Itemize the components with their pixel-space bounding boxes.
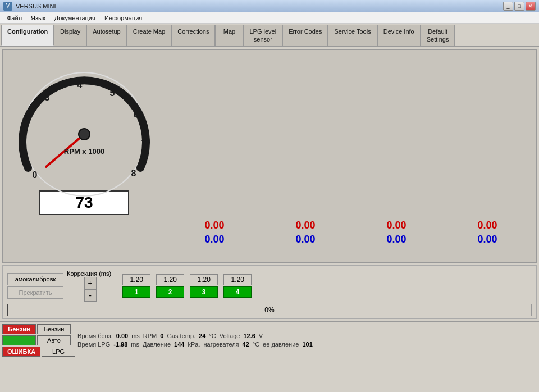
svg-text:2: 2 xyxy=(24,114,29,124)
channel-btn-4[interactable]: 4 xyxy=(223,286,252,298)
window-title: VERSUS MINI xyxy=(16,3,503,10)
lpg-time-value: -1.98 xyxy=(113,341,127,348)
gauge-panel: 0 1 2 3 4 5 6 7 8 xyxy=(3,50,166,262)
svg-text:8: 8 xyxy=(131,168,136,178)
oshibka-indicator[interactable]: ОШИБКА xyxy=(2,347,40,357)
channel-value-1: 1.20 xyxy=(122,274,150,285)
data-blue-4: 0.00 xyxy=(477,234,497,245)
svg-text:5: 5 xyxy=(110,88,115,98)
benzin-label[interactable]: Бензин xyxy=(37,324,71,334)
menu-language[interactable]: Язык xyxy=(26,13,50,22)
svg-text:RPM x 1000: RPM x 1000 xyxy=(64,147,104,156)
svg-text:0: 0 xyxy=(33,170,38,180)
app-icon: V xyxy=(3,2,12,11)
status-data: Время бенз. 0.00 ms RPM 0 Gas temp. 24 °… xyxy=(77,332,537,348)
tab-corrections[interactable]: Corrections xyxy=(171,25,215,46)
lpg-time-label: Время LPG xyxy=(77,341,110,348)
tab-display[interactable]: Display xyxy=(54,25,86,46)
svg-text:6: 6 xyxy=(134,110,139,119)
menu-bar: Файл Язык Документация Информация xyxy=(0,12,539,24)
ee-pressure-label: ее давление xyxy=(263,341,299,348)
gas-temp-value: 24 xyxy=(199,332,205,339)
tab-error-codes[interactable]: Error Codes xyxy=(282,25,328,46)
ee-pressure-value: 101 xyxy=(302,341,312,348)
menu-docs[interactable]: Документация xyxy=(50,13,100,22)
progress-label: 0% xyxy=(264,306,274,314)
tab-bar: Configuration Display Autosetup Create M… xyxy=(0,24,539,47)
tab-service-tools[interactable]: Service Tools xyxy=(328,25,377,46)
gas-temp-label: Gas temp. xyxy=(167,332,195,339)
pressure-label: Давление xyxy=(143,341,171,348)
menu-info[interactable]: Информация xyxy=(100,13,147,22)
tab-map[interactable]: Map xyxy=(215,25,243,46)
pressure-value: 144 xyxy=(174,341,184,348)
autocal-button[interactable]: амокалибровк xyxy=(7,273,63,285)
stop-button[interactable]: Прекратить xyxy=(7,286,63,299)
menu-file[interactable]: Файл xyxy=(2,13,26,22)
voltage-value: 12.6 xyxy=(243,332,255,339)
tab-autosetup[interactable]: Autosetup xyxy=(86,25,127,46)
tab-default-settings[interactable]: Default Settings xyxy=(421,25,455,46)
tab-device-info[interactable]: Device Info xyxy=(377,25,421,46)
progress-bar: 0% xyxy=(7,304,532,316)
data-red-1: 0.00 xyxy=(204,220,224,231)
data-blue-3: 0.00 xyxy=(386,234,406,245)
lpg-label[interactable]: LPG xyxy=(42,347,75,357)
tab-lpg-sensor[interactable]: LPG level sensor xyxy=(243,25,282,46)
svg-text:1: 1 xyxy=(21,142,26,152)
rpm-gauge: 0 1 2 3 4 5 6 7 8 xyxy=(11,56,157,202)
status-row-1: Время бенз. 0.00 ms RPM 0 Gas temp. 24 °… xyxy=(77,332,537,339)
fuel-indicator: Бензин Бензин Авто ОШИБКА LPG xyxy=(2,324,75,357)
data-blue-1: 0.00 xyxy=(204,234,224,245)
channel-group-1: 1.20 1 xyxy=(122,274,150,298)
minus-button[interactable]: - xyxy=(84,289,97,302)
controls-area: амокалибровк Прекратить Коррекция (ms) +… xyxy=(5,268,534,304)
data-blue-2: 0.00 xyxy=(295,234,315,245)
avto-indicator xyxy=(2,335,36,345)
status-row-2: Время LPG -1.98 ms Давление 144 kPa. наг… xyxy=(77,341,537,348)
close-button[interactable]: ✕ xyxy=(526,2,536,11)
gas-temp-unit: °C xyxy=(209,332,216,339)
data-cell-1: 0.00 0.00 xyxy=(171,220,258,245)
rpm-label: RPM xyxy=(143,332,157,339)
data-red-2: 0.00 xyxy=(295,220,315,231)
minimize-button[interactable]: _ xyxy=(503,2,513,11)
gauge-svg: 0 1 2 3 4 5 6 7 8 xyxy=(11,56,157,202)
main-content: 0 1 2 3 4 5 6 7 8 xyxy=(0,47,539,321)
window-controls: _ □ ✕ xyxy=(503,2,536,11)
maximize-button[interactable]: □ xyxy=(514,2,524,11)
data-red-3: 0.00 xyxy=(386,220,406,231)
lpg-time-unit: ms xyxy=(131,341,139,348)
channel-group-3: 1.20 3 xyxy=(190,274,218,298)
heater-label: нагревателя xyxy=(203,341,239,348)
benzin-indicator[interactable]: Бензин xyxy=(2,324,36,334)
data-grid: 0.00 0.00 0.00 0.00 0.00 0.00 0.00 0.00 xyxy=(171,220,531,245)
channel-btn-2[interactable]: 2 xyxy=(156,286,184,298)
channel-group-4: 1.20 4 xyxy=(223,274,252,298)
correction-label: Коррекция (ms) xyxy=(67,270,111,277)
data-cell-4: 0.00 0.00 xyxy=(444,220,531,245)
channel-btn-1[interactable]: 1 xyxy=(122,286,150,298)
svg-text:4: 4 xyxy=(77,80,83,90)
tab-create-map[interactable]: Create Map xyxy=(127,25,171,46)
plus-button[interactable]: + xyxy=(84,277,97,289)
channel-value-4: 1.20 xyxy=(223,274,252,285)
voltage-label: Voltage xyxy=(220,332,240,339)
data-cell-3: 0.00 0.00 xyxy=(353,220,440,245)
channel-btn-3[interactable]: 3 xyxy=(190,286,218,298)
channel-group-2: 1.20 2 xyxy=(156,274,184,298)
status-bar: Бензин Бензин Авто ОШИБКА LPG Время бенз… xyxy=(0,321,539,359)
benzin-time-label: Время бенз. xyxy=(77,332,113,339)
rpm-status-value: 0 xyxy=(160,332,163,339)
heater-value: 42 xyxy=(243,341,249,348)
plusminus-group: + - xyxy=(84,277,97,302)
channel-value-3: 1.20 xyxy=(190,274,218,285)
pressure-unit: kPa. xyxy=(188,341,200,348)
svg-text:7: 7 xyxy=(141,139,147,148)
benzin-time-value: 0.00 xyxy=(116,332,128,339)
svg-point-11 xyxy=(79,129,90,140)
data-cell-2: 0.00 0.00 xyxy=(262,220,349,245)
data-panel: 0.00 0.00 0.00 0.00 0.00 0.00 0.00 0.00 xyxy=(166,50,536,262)
tab-configuration[interactable]: Configuration xyxy=(1,25,54,46)
avto-label[interactable]: Авто xyxy=(37,335,71,345)
